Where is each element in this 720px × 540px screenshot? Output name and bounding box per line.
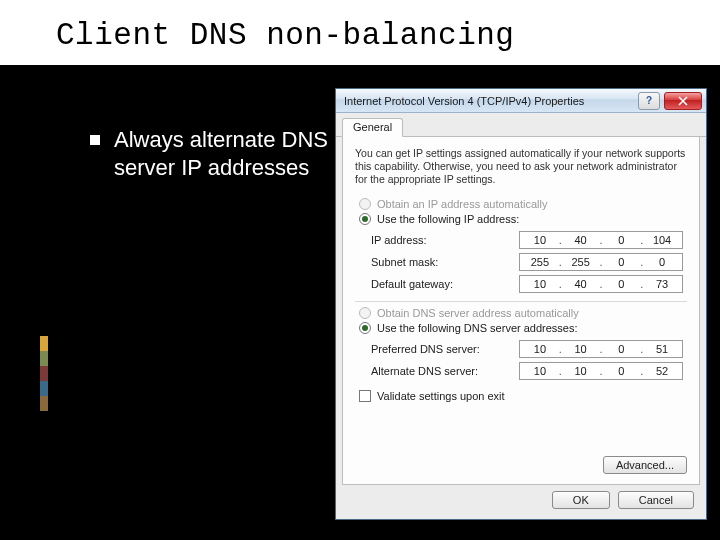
oct: 255 [568,256,594,268]
help-button[interactable]: ? [638,92,660,110]
row-gateway: Default gateway: 10. 40. 0. 73 [371,275,687,293]
close-icon [678,96,688,106]
tabstrip: General [336,113,706,137]
ip-input[interactable]: 10. 40. 0. 104 [519,231,683,249]
tab-general[interactable]: General [342,118,403,137]
radio-icon [359,307,371,319]
oct: 40 [568,234,594,246]
adns-label: Alternate DNS server: [371,365,519,377]
checkbox-icon [359,390,371,402]
ip-fields: IP address: 10. 40. 0. 104 Subnet mask: … [371,231,687,293]
validate-checkbox-row[interactable]: Validate settings upon exit [359,390,687,402]
dialog-footer: OK Cancel [336,491,706,519]
oct: 0 [608,234,634,246]
oct: 10 [568,365,594,377]
radio-label: Use the following DNS server addresses: [377,322,578,334]
radio-icon [359,213,371,225]
dns-group: Obtain DNS server address automatically … [355,301,687,380]
oct: 73 [649,278,675,290]
radio-icon [359,322,371,334]
slide-title: Client DNS non-balancing [0,0,720,65]
gw-label: Default gateway: [371,278,519,290]
oct: 0 [608,343,634,355]
radio-auto-dns: Obtain DNS server address automatically [359,307,687,319]
row-ip: IP address: 10. 40. 0. 104 [371,231,687,249]
radio-label: Obtain DNS server address automatically [377,307,579,319]
gw-input[interactable]: 10. 40. 0. 73 [519,275,683,293]
oct: 0 [608,365,634,377]
advanced-button[interactable]: Advanced... [603,456,687,474]
oct: 255 [527,256,553,268]
bullet-item: Always alternate DNS server IP addresses [90,126,340,182]
oct: 10 [527,365,553,377]
oct: 0 [608,278,634,290]
accent-stripe [40,336,48,411]
oct: 10 [568,343,594,355]
bullet-list: Always alternate DNS server IP addresses [90,126,340,182]
oct: 10 [527,343,553,355]
radio-label: Obtain an IP address automatically [377,198,547,210]
ipv4-properties-dialog: Internet Protocol Version 4 (TCP/IPv4) P… [335,88,707,520]
validate-label: Validate settings upon exit [377,390,505,402]
bullet-text: Always alternate DNS server IP addresses [114,126,340,182]
oct: 40 [568,278,594,290]
ok-button[interactable]: OK [552,491,610,509]
adns-input[interactable]: 10. 10. 0. 52 [519,362,683,380]
oct: 10 [527,278,553,290]
bullet-marker [90,135,100,145]
oct: 51 [649,343,675,355]
pdns-input[interactable]: 10. 10. 0. 51 [519,340,683,358]
pdns-label: Preferred DNS server: [371,343,519,355]
dns-fields: Preferred DNS server: 10. 10. 0. 51 Alte… [371,340,687,380]
radio-icon [359,198,371,210]
mask-input[interactable]: 255. 255. 0. 0 [519,253,683,271]
radio-static-dns[interactable]: Use the following DNS server addresses: [359,322,687,334]
ip-label: IP address: [371,234,519,246]
oct: 0 [649,256,675,268]
radio-label: Use the following IP address: [377,213,519,225]
row-pdns: Preferred DNS server: 10. 10. 0. 51 [371,340,687,358]
titlebar[interactable]: Internet Protocol Version 4 (TCP/IPv4) P… [336,89,706,113]
oct: 104 [649,234,675,246]
titlebar-text: Internet Protocol Version 4 (TCP/IPv4) P… [344,95,584,107]
intro-text: You can get IP settings assigned automat… [355,147,687,186]
radio-static-ip[interactable]: Use the following IP address: [359,213,687,225]
mask-label: Subnet mask: [371,256,519,268]
cancel-button[interactable]: Cancel [618,491,694,509]
row-mask: Subnet mask: 255. 255. 0. 0 [371,253,687,271]
oct: 0 [608,256,634,268]
oct: 52 [649,365,675,377]
radio-auto-ip[interactable]: Obtain an IP address automatically [359,198,687,210]
close-button[interactable] [664,92,702,110]
tab-pane: You can get IP settings assigned automat… [342,137,700,485]
oct: 10 [527,234,553,246]
row-adns: Alternate DNS server: 10. 10. 0. 52 [371,362,687,380]
